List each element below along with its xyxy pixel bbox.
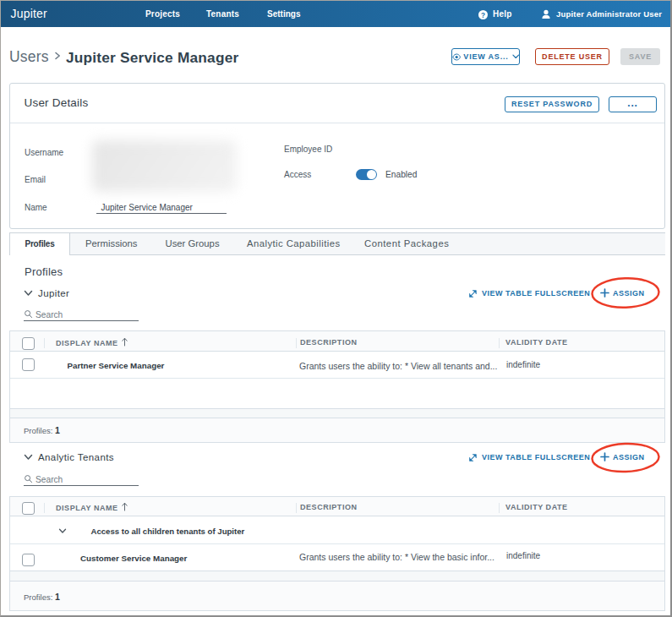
svg-text:?: ? [481, 12, 485, 19]
